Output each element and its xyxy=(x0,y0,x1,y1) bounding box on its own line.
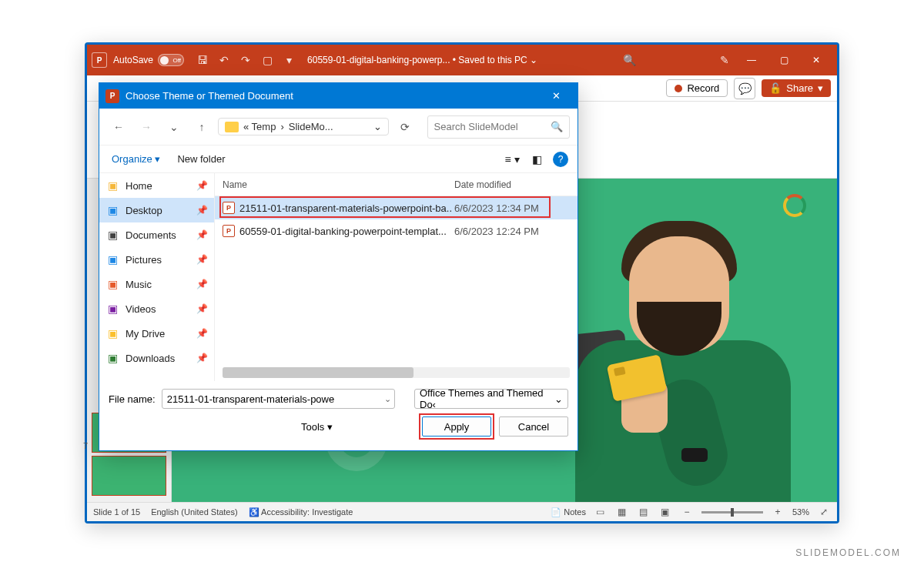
comments-icon[interactable]: 💬 xyxy=(734,78,755,99)
pin-icon[interactable]: 📌 xyxy=(196,229,208,240)
back-icon[interactable]: ← xyxy=(107,115,130,139)
sidebar-item-desktop[interactable]: ▣Desktop📌 xyxy=(99,198,214,222)
logo-icon xyxy=(783,194,806,217)
redo-icon[interactable]: ↷ xyxy=(235,49,256,71)
ic-mus-icon: ▣ xyxy=(105,277,119,291)
ic-drive-icon: ▣ xyxy=(105,326,119,340)
pin-icon[interactable]: 📌 xyxy=(196,205,208,216)
new-folder-button[interactable]: New folder xyxy=(177,153,225,165)
filetype-select[interactable]: Office Themes and Themed Do‹ ⌄ xyxy=(414,389,568,409)
autosave-label: AutoSave xyxy=(113,55,153,65)
filename-input[interactable] xyxy=(162,389,395,409)
sidebar-item-my-drive[interactable]: ▣My Drive📌 xyxy=(99,321,214,346)
sidebar-item-downloads[interactable]: ▣Downloads📌 xyxy=(99,346,214,370)
chevron-down-icon: ▾ xyxy=(818,82,823,94)
maximize-icon[interactable]: ▢ xyxy=(768,45,800,75)
dialog-toolbar: Organize ▾ New folder ≡ ▾ ◧ ? xyxy=(99,146,578,173)
zoom-in-icon[interactable]: + xyxy=(771,505,785,519)
dialog-titlebar: P Choose Theme or Themed Document ✕ xyxy=(99,83,578,109)
slideshow-view-icon[interactable]: ▣ xyxy=(658,505,672,519)
horizontal-scrollbar[interactable] xyxy=(223,367,570,378)
slide-thumbnail[interactable] xyxy=(92,456,166,496)
chevron-down-icon: ⌄ xyxy=(554,393,563,405)
refresh-icon[interactable]: ⟳ xyxy=(393,115,417,139)
zoom-out-icon[interactable]: − xyxy=(680,505,694,519)
titlebar: P AutoSave Off 🖫 ↶ ↷ ▢ ▾ 60559-01-digita… xyxy=(87,45,837,75)
overflow-icon[interactable]: ▾ xyxy=(278,49,300,71)
sorter-view-icon[interactable]: ▦ xyxy=(615,505,629,519)
sidebar-item-home[interactable]: ▣Home📌 xyxy=(99,173,214,198)
dialog-nav: ← → ⌄ ↑ « Temp › SlideMo... ⌄ ⟳ Search S… xyxy=(99,109,578,146)
share-icon: 🔓 xyxy=(769,82,782,94)
ic-dl-icon: ▣ xyxy=(105,351,119,365)
pin-icon[interactable]: 📌 xyxy=(196,180,208,191)
file-row[interactable]: P60559-01-digital-banking-powerpoint-tem… xyxy=(215,219,578,243)
tools-menu[interactable]: Tools ▾ xyxy=(301,421,333,433)
file-list[interactable]: Name Date modified P21511-01-transparent… xyxy=(215,173,578,381)
dialog-title: Choose Theme or Themed Document xyxy=(126,90,293,102)
save-icon[interactable]: 🖫 xyxy=(192,49,213,71)
column-headers[interactable]: Name Date modified xyxy=(215,173,578,196)
app-icon: P xyxy=(92,52,107,68)
sidebar-item-videos[interactable]: ▣Videos📌 xyxy=(99,296,214,321)
search-placeholder: Search SlideModel xyxy=(434,121,518,132)
watermark: SLIDEMODEL.COM xyxy=(795,547,901,558)
pin-icon[interactable]: 📌 xyxy=(196,328,208,339)
dialog-sidebar[interactable]: ▣Home📌▣Desktop📌▣Documents📌▣Pictures📌▣Mus… xyxy=(99,173,215,381)
zoom-percent[interactable]: 53% xyxy=(792,507,809,517)
help-icon[interactable]: ? xyxy=(553,152,568,167)
col-date[interactable]: Date modified xyxy=(454,179,570,190)
slideshow-icon[interactable]: ▢ xyxy=(256,49,278,71)
record-button[interactable]: Record xyxy=(666,79,728,97)
watch-icon xyxy=(681,448,708,462)
language-status[interactable]: English (United States) xyxy=(151,507,238,517)
thumb-number: 7 xyxy=(83,441,88,450)
row-highlight-annotation xyxy=(219,196,551,218)
fit-window-icon[interactable]: ⤢ xyxy=(817,505,831,519)
notes-button[interactable]: 📄 Notes xyxy=(551,507,586,517)
dialog-close-icon[interactable]: ✕ xyxy=(541,83,571,109)
chevron-down-icon[interactable]: ⌄ xyxy=(384,394,391,404)
minimize-icon[interactable]: — xyxy=(735,45,768,75)
dialog-body: ▣Home📌▣Desktop📌▣Documents📌▣Pictures📌▣Mus… xyxy=(99,173,578,381)
apply-highlight-annotation xyxy=(419,413,494,440)
col-name[interactable]: Name xyxy=(223,179,454,190)
sidebar-item-documents[interactable]: ▣Documents📌 xyxy=(99,222,214,247)
breadcrumb[interactable]: « Temp › SlideMo... ⌄ xyxy=(218,118,389,135)
record-dot-icon xyxy=(675,85,682,92)
ic-desk-icon: ▣ xyxy=(105,203,119,217)
close-icon[interactable]: ✕ xyxy=(800,45,832,75)
undo-icon[interactable]: ↶ xyxy=(213,49,235,71)
reading-view-icon[interactable]: ▤ xyxy=(637,505,651,519)
recent-dropdown-icon[interactable]: ⌄ xyxy=(162,115,186,139)
ic-doc-icon: ▣ xyxy=(105,228,119,242)
search-icon[interactable]: 🔍 xyxy=(619,49,641,71)
cancel-button[interactable]: Cancel xyxy=(499,416,568,437)
pin-icon[interactable]: 📌 xyxy=(196,303,208,314)
status-bar: Slide 1 of 15 English (United States) ♿ … xyxy=(87,502,837,521)
chevron-down-icon[interactable]: ⌄ xyxy=(373,121,382,132)
pin-icon[interactable]: 📌 xyxy=(196,353,208,363)
forward-icon: → xyxy=(135,115,158,139)
slide-counter[interactable]: Slide 1 of 15 xyxy=(93,507,140,517)
draw-icon[interactable]: ✎ xyxy=(714,49,735,71)
pin-icon[interactable]: 📌 xyxy=(196,279,208,289)
view-mode-icon[interactable]: ≡ ▾ xyxy=(504,151,521,168)
zoom-slider[interactable] xyxy=(701,511,763,513)
preview-pane-icon[interactable]: ◧ xyxy=(528,151,545,168)
sidebar-item-music[interactable]: ▣Music📌 xyxy=(99,272,214,296)
autosave-toggle[interactable]: AutoSave Off xyxy=(113,54,184,66)
scrollbar-thumb[interactable] xyxy=(223,367,413,378)
document-title[interactable]: 60559-01-digital-banking-powerp... • Sav… xyxy=(307,55,537,65)
accessibility-status[interactable]: ♿ Accessibility: Investigate xyxy=(249,507,353,517)
share-button[interactable]: 🔓Share▾ xyxy=(762,79,831,97)
autosave-switch[interactable]: Off xyxy=(158,54,184,66)
ic-pic-icon: ▣ xyxy=(105,253,119,266)
ic-vid-icon: ▣ xyxy=(105,302,119,316)
pin-icon[interactable]: 📌 xyxy=(196,254,208,265)
up-icon[interactable]: ↑ xyxy=(190,115,213,139)
normal-view-icon[interactable]: ▭ xyxy=(594,505,608,519)
sidebar-item-pictures[interactable]: ▣Pictures📌 xyxy=(99,247,214,272)
organize-menu[interactable]: Organize ▾ xyxy=(109,152,163,166)
dialog-search-input[interactable]: Search SlideModel 🔍 xyxy=(427,115,570,139)
